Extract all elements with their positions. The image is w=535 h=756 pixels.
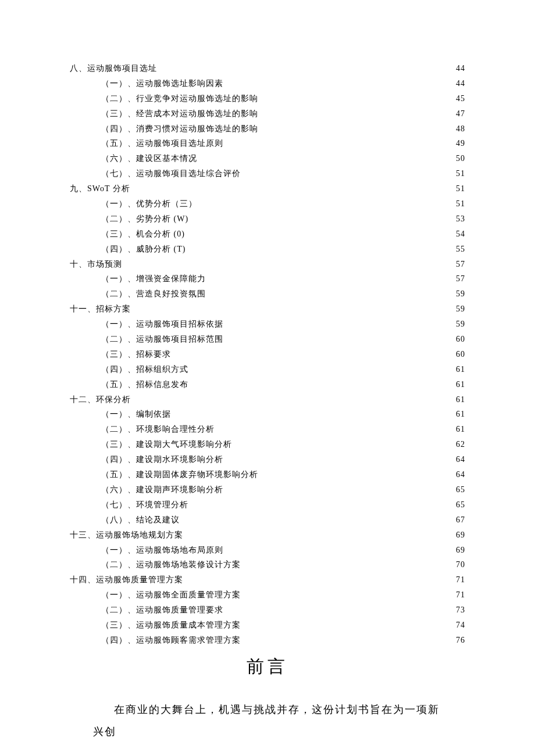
toc-label: （二）、运动服饰场地装修设计方案: [101, 557, 241, 572]
toc-label: （二）、劣势分析 (W): [101, 212, 188, 227]
toc-page-number: 45: [456, 91, 465, 106]
toc-page-number: 59: [456, 286, 465, 302]
toc-label: （四）、建设期水环境影响分析: [101, 452, 223, 467]
toc-label: （二）、营造良好投资氛围: [101, 286, 206, 302]
toc-page-number: 61: [456, 362, 465, 377]
toc-page-number: 70: [456, 557, 465, 572]
toc-page-number: 51: [456, 166, 465, 181]
toc-label: 八、运动服饰项目选址: [70, 61, 157, 76]
toc-page-number: 57: [456, 271, 465, 286]
toc-row: （三）、经营成本对运动服饰选址的影响47: [70, 106, 465, 121]
toc-label: （一）、运动服饰场地布局原则: [101, 543, 223, 558]
toc-page-number: 64: [456, 452, 465, 467]
toc-page-number: 76: [456, 633, 465, 648]
toc-row: （七）、环境管理分析65: [70, 497, 465, 513]
toc-label: 九、SWoT 分析: [70, 181, 130, 196]
toc-label: （三）、建设期大气环境影响分析: [101, 437, 232, 452]
toc-row: （二）、劣势分析 (W)53: [70, 212, 465, 227]
toc-page-number: 69: [456, 543, 465, 558]
toc-page-number: 47: [456, 106, 465, 121]
toc-label: （三）、机会分析 (0): [101, 227, 185, 242]
toc-row: （二）、环境影响合理性分析61: [70, 422, 465, 437]
toc-label: 十三、运动服饰场地规划方案: [70, 528, 183, 543]
toc-row: 十三、运动服饰场地规划方案69: [70, 528, 465, 543]
toc-row: （二）、运动服饰项目招标范围60: [70, 332, 465, 347]
toc-page-number: 67: [456, 513, 465, 528]
toc-label: （五）、运动服饰项目选址原则: [101, 136, 223, 151]
toc-row: （四）、运动服饰顾客需求管理方案76: [70, 633, 465, 648]
document-page: 八、运动服饰项目选址44（一）、运动服饰选址影响因素44（二）、行业竞争对运动服…: [0, 0, 535, 756]
toc-page-number: 49: [456, 136, 465, 151]
toc-label: （三）、运动服饰质量成本管理方案: [101, 618, 241, 633]
toc-page-number: 61: [456, 377, 465, 392]
toc-row: （三）、机会分析 (0)54: [70, 227, 465, 242]
toc-label: （一）、运动服饰全面质量管理方案: [101, 587, 241, 603]
toc-label: 十一、招标方案: [70, 302, 131, 317]
toc-page-number: 44: [456, 76, 465, 91]
toc-row: （五）、招标信息发布61: [70, 377, 465, 392]
toc-page-number: 62: [456, 437, 465, 452]
toc-page-number: 59: [456, 302, 465, 317]
toc-label: 十二、环保分析: [70, 392, 131, 407]
toc-row: （六）、建设期声环境影响分析65: [70, 482, 465, 497]
toc-label: （三）、招标要求: [101, 347, 171, 362]
toc-page-number: 60: [456, 347, 465, 362]
toc-row: （一）、编制依据61: [70, 407, 465, 422]
toc-label: （二）、运动服饰项目招标范围: [101, 332, 223, 347]
toc-row: （二）、运动服饰场地装修设计方案70: [70, 557, 465, 572]
toc-label: （一）、增强资金保障能力: [101, 271, 206, 286]
toc-label: （六）、建设期声环境影响分析: [101, 482, 223, 497]
toc-row: （一）、运动服饰场地布局原则69: [70, 543, 465, 558]
preface-body: 在商业的大舞台上，机遇与挑战并存，这份计划书旨在为一项新兴创: [70, 699, 465, 743]
preface-heading: 前言: [70, 655, 465, 679]
toc-page-number: 69: [456, 528, 465, 543]
toc-row: （一）、优势分析（三）51: [70, 196, 465, 212]
toc-label: （四）、招标组织方式: [101, 362, 188, 377]
table-of-contents: 八、运动服饰项目选址44（一）、运动服饰选址影响因素44（二）、行业竞争对运动服…: [70, 61, 465, 648]
toc-row: （二）、营造良好投资氛围59: [70, 286, 465, 302]
toc-row: （四）、威胁分析 (T)55: [70, 242, 465, 257]
toc-label: 十、市场预测: [70, 257, 122, 272]
toc-row: （四）、建设期水环境影响分析64: [70, 452, 465, 467]
toc-row: （一）、运动服饰全面质量管理方案71: [70, 587, 465, 603]
toc-label: （四）、运动服饰顾客需求管理方案: [101, 633, 241, 648]
toc-row: 十四、运动服饰质量管理方案71: [70, 572, 465, 587]
toc-row: 九、SWoT 分析51: [70, 181, 465, 196]
toc-page-number: 59: [456, 317, 465, 332]
toc-page-number: 74: [456, 618, 465, 633]
toc-row: （三）、运动服饰质量成本管理方案74: [70, 618, 465, 633]
toc-row: （五）、运动服饰项目选址原则49: [70, 136, 465, 151]
toc-page-number: 65: [456, 497, 465, 513]
toc-page-number: 48: [456, 121, 465, 137]
toc-label: 十四、运动服饰质量管理方案: [70, 572, 183, 587]
toc-page-number: 51: [456, 196, 465, 212]
toc-row: （一）、增强资金保障能力57: [70, 271, 465, 286]
toc-row: （五）、建设期固体废弃物环境影响分析64: [70, 467, 465, 482]
toc-page-number: 64: [456, 467, 465, 482]
toc-row: 十、市场预测57: [70, 257, 465, 272]
toc-label: （四）、消费习惯对运动服饰选址的影响: [101, 121, 258, 137]
toc-row: （七）、运动服饰项目选址综合评价51: [70, 166, 465, 181]
toc-page-number: 61: [456, 392, 465, 407]
toc-label: （五）、招标信息发布: [101, 377, 188, 392]
toc-label: （六）、建设区基本情况: [101, 151, 197, 166]
toc-page-number: 54: [456, 227, 465, 242]
toc-page-number: 65: [456, 482, 465, 497]
toc-page-number: 71: [456, 572, 465, 587]
toc-page-number: 51: [456, 181, 465, 196]
toc-row: （八）、结论及建议67: [70, 513, 465, 528]
toc-page-number: 55: [456, 242, 465, 257]
toc-page-number: 61: [456, 407, 465, 422]
toc-page-number: 71: [456, 587, 465, 603]
toc-label: （二）、环境影响合理性分析: [101, 422, 215, 437]
toc-label: （一）、编制依据: [101, 407, 171, 422]
toc-page-number: 73: [456, 603, 465, 618]
toc-row: 十一、招标方案59: [70, 302, 465, 317]
toc-row: 十二、环保分析61: [70, 392, 465, 407]
toc-page-number: 50: [456, 151, 465, 166]
toc-row: 八、运动服饰项目选址44: [70, 61, 465, 76]
toc-label: （七）、环境管理分析: [101, 497, 188, 513]
toc-row: （六）、建设区基本情况50: [70, 151, 465, 166]
toc-label: （三）、经营成本对运动服饰选址的影响: [101, 106, 258, 121]
toc-row: （三）、建设期大气环境影响分析62: [70, 437, 465, 452]
